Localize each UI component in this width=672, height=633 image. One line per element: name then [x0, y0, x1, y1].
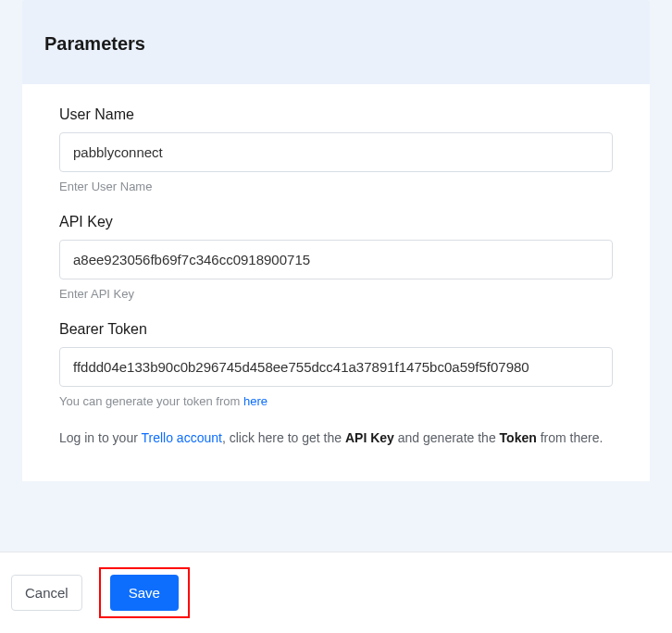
- info-part3: and generate the: [394, 430, 500, 445]
- apikey-group: API Key Enter API Key: [59, 214, 613, 301]
- info-bold-apikey: API Key: [345, 430, 394, 445]
- panel-header: Parameters: [22, 0, 650, 84]
- parameters-panel: Parameters User Name Enter User Name API…: [22, 0, 650, 481]
- info-part4: from there.: [537, 430, 604, 445]
- bearer-label: Bearer Token: [59, 321, 613, 338]
- username-hint: Enter User Name: [59, 180, 613, 193]
- apikey-input[interactable]: [59, 240, 613, 279]
- bearer-hint: You can generate your token from here: [59, 394, 613, 408]
- bearer-group: Bearer Token You can generate your token…: [59, 321, 613, 408]
- bearer-hint-prefix: You can generate your token from: [59, 394, 243, 408]
- bearer-hint-link[interactable]: here: [243, 394, 268, 408]
- username-label: User Name: [59, 106, 613, 123]
- info-bold-token: Token: [500, 430, 537, 445]
- apikey-label: API Key: [59, 214, 613, 230]
- info-part2: , click here to get the: [222, 430, 345, 445]
- bearer-input[interactable]: [59, 347, 613, 387]
- footer-bar: Cancel Save: [0, 552, 672, 633]
- panel-body: User Name Enter User Name API Key Enter …: [22, 84, 650, 481]
- username-input[interactable]: [59, 132, 613, 172]
- cancel-button[interactable]: Cancel: [11, 575, 82, 611]
- info-part1: Log in to your: [59, 430, 141, 445]
- panel-title: Parameters: [44, 33, 628, 55]
- apikey-hint: Enter API Key: [59, 287, 613, 301]
- info-text: Log in to your Trello account, click her…: [59, 428, 613, 448]
- username-group: User Name Enter User Name: [59, 106, 613, 193]
- save-button[interactable]: Save: [110, 575, 179, 611]
- save-highlight-box: Save: [99, 567, 190, 618]
- trello-account-link[interactable]: Trello account: [141, 430, 221, 445]
